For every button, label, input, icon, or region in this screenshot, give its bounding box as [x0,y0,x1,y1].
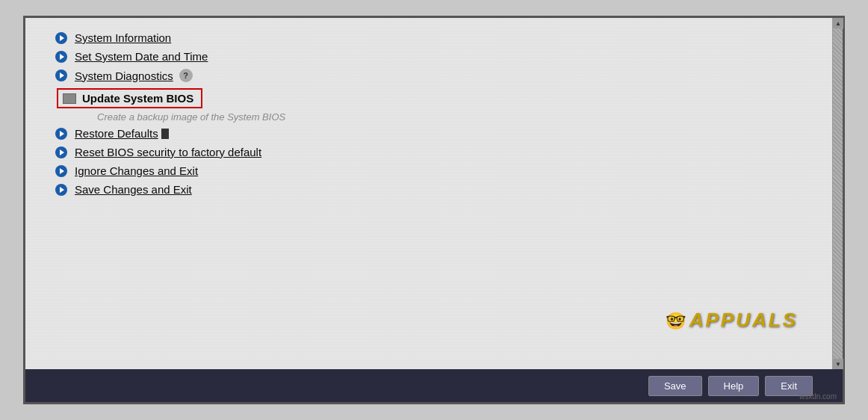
bullet-icon [55,146,67,158]
system-information-label: System Information [75,31,171,44]
scrollbar-track[interactable] [833,28,843,359]
appuals-text: APPUALS [689,309,798,331]
bullet-icon [55,128,67,140]
bios-screen: System Information Set System Date and T… [23,16,845,404]
restore-defaults-label: Restore Defaults [75,127,158,140]
backup-text-label: Create a backup image of the System BIOS [97,111,285,123]
menu-item-update-bios[interactable]: Update System BIOS [55,88,813,108]
menu-item-restore-defaults[interactable]: Restore Defaults [55,127,813,140]
bios-drive-icon [63,93,76,104]
menu-item-system-diagnostics[interactable]: System Diagnostics ? [55,69,813,82]
bios-main-area: System Information Set System Date and T… [25,18,843,369]
menu-item-system-information[interactable]: System Information [55,31,813,44]
scroll-down-arrow[interactable]: ▼ [833,359,843,369]
scrollbar[interactable]: ▲ ▼ [832,18,843,369]
bottom-toolbar: Save Help Exit [25,369,843,402]
reset-bios-label: Reset BIOS security to factory default [75,146,261,158]
help-button[interactable]: Help [708,376,760,396]
bullet-icon [55,70,67,81]
bullet-icon [55,32,67,44]
appuals-mascot-icon: 🤓 [666,312,686,330]
bullet-icon [55,184,67,196]
menu-item-reset-bios[interactable]: Reset BIOS security to factory default [55,146,813,158]
update-bios-box[interactable]: Update System BIOS [57,88,202,108]
cursor [161,129,169,139]
set-date-time-label: Set System Date and Time [75,50,208,63]
save-changes-label: Save Changes and Exit [75,183,192,196]
bullet-icon [55,165,67,177]
backup-subtext: Create a backup image of the System BIOS [97,111,813,123]
scroll-up-arrow[interactable]: ▲ [833,18,843,28]
update-bios-label: Update System BIOS [82,92,193,105]
menu-item-set-date-time[interactable]: Set System Date and Time [55,50,813,63]
bullet-icon [55,51,67,63]
appuals-logo: 🤓 APPUALS [666,309,798,332]
help-icon[interactable]: ? [179,69,193,82]
ignore-changes-label: Ignore Changes and Exit [75,164,198,177]
system-diagnostics-label: System Diagnostics [75,70,173,82]
menu-item-save-changes[interactable]: Save Changes and Exit [55,183,813,196]
save-button[interactable]: Save [648,376,702,396]
watermark: wsxdn.com [799,392,837,401]
menu-item-ignore-changes[interactable]: Ignore Changes and Exit [55,164,813,177]
